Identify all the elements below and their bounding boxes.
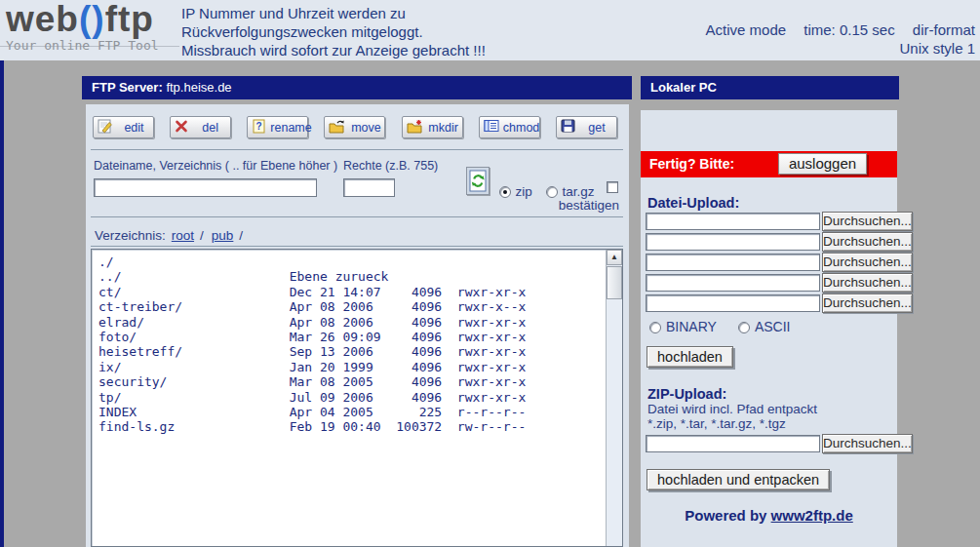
file-upload-label: Datei-Upload: — [647, 195, 739, 211]
move-icon — [329, 119, 345, 137]
listing-scrollbar[interactable]: ▲ — [606, 250, 622, 546]
top-header: web()ftp Your online FTP Tool IP Nummer … — [0, 0, 980, 60]
del-icon — [175, 120, 188, 136]
ascii-radio[interactable] — [738, 322, 750, 333]
listing-row[interactable]: ct/ Dec 21 14:07 4096 rwxr-xr-x — [98, 285, 606, 299]
upload-slot: Durchsuchen... — [646, 273, 892, 293]
zip-option: zip — [499, 182, 532, 200]
listing-row[interactable]: security/ Mar 08 2005 4096 rwxr-xr-x — [98, 374, 606, 389]
logging-notice: IP Nummer und Uhrzeit werden zu Rückverf… — [181, 4, 486, 59]
toolbar-button-label: chmod — [503, 121, 542, 135]
targz-radio[interactable] — [546, 186, 558, 198]
local-pc-title: Lokaler PC — [650, 80, 717, 95]
toolbar-button-label: del — [192, 121, 230, 135]
logo-wordmark: web()ftp — [6, 2, 177, 37]
zip-upload-label: ZIP-Upload: — [647, 386, 726, 402]
divider — [91, 149, 623, 150]
divider — [91, 216, 623, 217]
browse-button[interactable]: Durchsuchen... — [822, 232, 913, 252]
notice-line: Missbrauch wird sofort zur Anzeige gebra… — [181, 41, 486, 59]
filename-label: Dateiname, Verzeichnis ( .. für Ebene hö… — [94, 159, 337, 173]
scroll-up-button[interactable]: ▲ — [607, 250, 622, 265]
mkdir-icon — [407, 119, 423, 137]
zip-upload-extensions: *.zip, *.tar, *.tar.gz, *.tgz — [647, 416, 786, 431]
breadcrumb-link-pub[interactable]: pub — [212, 228, 234, 243]
zip-browse-button[interactable]: Durchsuchen... — [822, 434, 913, 453]
upload-unpack-button[interactable]: hochladen und entpacken — [647, 469, 830, 490]
get-button[interactable]: get — [556, 116, 617, 138]
binary-label: BINARY — [666, 319, 717, 334]
browse-button[interactable]: Durchsuchen... — [822, 273, 913, 293]
mkdir-button[interactable]: mkdir — [402, 116, 463, 138]
notice-line: Rückverfolgungszwecken mitgeloggt. — [181, 22, 486, 41]
rights-label: Rechte (z.B. 755) — [343, 159, 438, 173]
refresh-icon — [469, 170, 487, 192]
refresh-button[interactable] — [466, 167, 490, 195]
browse-button[interactable]: Durchsuchen... — [822, 253, 913, 272]
scrollbar-thumb[interactable] — [607, 266, 622, 299]
left-accent-strip — [0, 60, 4, 547]
upload-file-input[interactable] — [646, 213, 820, 230]
rights-input[interactable] — [343, 178, 395, 197]
upload-file-input[interactable] — [646, 294, 820, 312]
transfer-time: time: 0.15 sec — [804, 21, 894, 38]
listing-row[interactable]: find-ls.gz Feb 19 00:40 100372 rw-r--r-- — [98, 419, 606, 434]
edit-icon — [98, 119, 113, 137]
listing-row[interactable]: elrad/ Apr 08 2006 4096 rwxr-xr-x — [98, 315, 606, 330]
browse-button[interactable]: Durchsuchen... — [822, 212, 913, 231]
chmod-button[interactable]: chmod — [479, 116, 540, 138]
upload-slot: Durchsuchen... — [646, 253, 892, 272]
local-panel: Fertig? Bitte: ausloggen Datei-Upload: D… — [641, 110, 897, 547]
listing-row[interactable]: foto/ Mar 26 09:09 4096 rwxr-xr-x — [98, 330, 606, 344]
browse-button[interactable]: Durchsuchen... — [822, 293, 913, 313]
binary-radio[interactable] — [649, 322, 661, 333]
zip-upload-note: Datei wird incl. Pfad entpackt — [647, 402, 817, 416]
zip-radio-label: zip — [515, 184, 531, 199]
confirm-checkbox[interactable] — [607, 181, 618, 193]
upload-slot: Durchsuchen... — [646, 232, 892, 252]
del-button[interactable]: del — [170, 116, 231, 138]
breadcrumb-label: Verzeichnis: — [95, 228, 166, 243]
listing-row[interactable]: heisetreff/ Sep 13 2006 4096 rwxr-xr-x — [98, 344, 606, 359]
filename-input[interactable] — [94, 178, 317, 197]
listing-row[interactable]: ix/ Jan 20 1999 4096 rwxr-xr-x — [98, 360, 606, 374]
file-toolbar: editdel?renamemovemkdirchmodget — [93, 116, 617, 138]
zip-upload-row: Durchsuchen... — [646, 434, 892, 454]
logout-button[interactable]: ausloggen — [778, 153, 867, 175]
listing-row[interactable]: ./ — [98, 254, 606, 269]
breadcrumb-separator: / — [200, 228, 204, 243]
get-icon — [561, 119, 575, 136]
upload-file-input[interactable] — [646, 233, 820, 251]
server-panel: editdel?renamemovemkdirchmodget Dateinam… — [86, 104, 629, 547]
upload-button[interactable]: hochladen — [647, 346, 733, 368]
upload-slot: Durchsuchen... — [646, 212, 892, 231]
ftp-server-label: FTP Server: — [92, 80, 163, 95]
toolbar-button-label: edit — [117, 121, 153, 135]
breadcrumb: Verzeichnis:root/pub/ — [95, 228, 245, 243]
ftp-server-host: ftp.heise.de — [166, 80, 231, 95]
move-button[interactable]: move — [324, 116, 385, 138]
directory-listing: ./../ Ebene zurueckct/ Dec 21 14:07 4096… — [91, 249, 623, 547]
upload-file-input[interactable] — [646, 254, 820, 271]
local-pc-titlebar: Lokaler PC — [641, 76, 899, 99]
edit-button[interactable]: edit — [93, 116, 154, 138]
listing-rows: ./../ Ebene zurueckct/ Dec 21 14:07 4096… — [92, 250, 606, 546]
toolbar-button-label: mkdir — [427, 121, 462, 135]
toolbar-button-label: rename — [270, 121, 313, 135]
listing-row[interactable]: INDEX Apr 04 2005 225 r--r--r-- — [98, 405, 606, 419]
upload-slot: Durchsuchen... — [646, 293, 892, 313]
zip-radio[interactable] — [499, 186, 511, 198]
listing-row[interactable]: ../ Ebene zurueck — [98, 269, 606, 284]
upload-file-input[interactable] — [646, 274, 820, 292]
refresh-parens-icon: () — [79, 0, 105, 39]
www2ftp-link[interactable]: www2ftp.de — [771, 507, 853, 524]
listing-row[interactable]: ct-treiber/ Apr 08 2006 4096 rwxr-x--x — [98, 299, 606, 314]
logout-prompt: Fertig? Bitte: — [649, 151, 734, 177]
rename-button[interactable]: ?rename — [247, 116, 308, 138]
logout-banner: Fertig? Bitte: ausloggen — [641, 151, 897, 177]
listing-row[interactable]: tp/ Jul 09 2006 4096 rwxr-xr-x — [98, 390, 606, 405]
chmod-icon — [484, 119, 499, 136]
breadcrumb-link-root[interactable]: root — [172, 228, 194, 243]
transfer-mode: Active mode — [706, 21, 787, 38]
zip-file-input[interactable] — [646, 435, 820, 452]
